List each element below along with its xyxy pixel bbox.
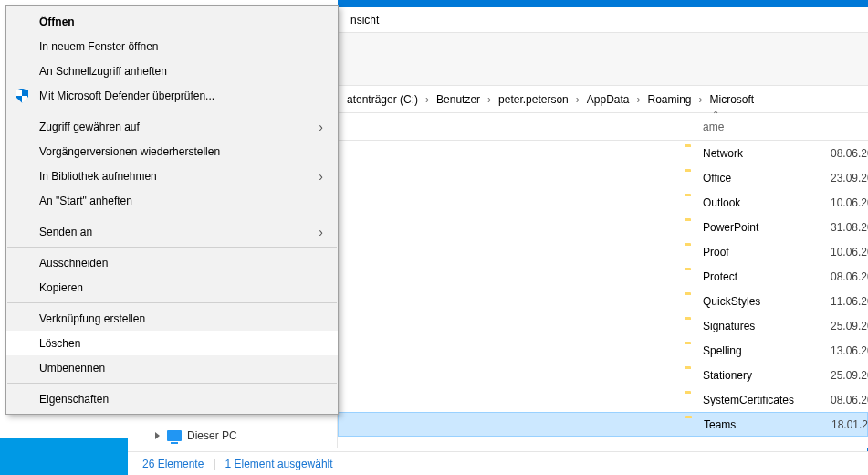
breadcrumb-item[interactable]: peter.peterson bbox=[495, 93, 572, 106]
breadcrumb-item[interactable]: atenträger (C:) bbox=[343, 93, 422, 106]
menu-create-shortcut[interactable]: Verknüpfung erstellen bbox=[6, 306, 338, 331]
cell-date: 25.09.2020 12:11 bbox=[831, 320, 868, 332]
menu-copy[interactable]: Kopieren bbox=[6, 275, 338, 300]
submenu-arrow-icon: › bbox=[319, 225, 323, 239]
file-row[interactable]: Protect08.06.2020 20:58Dateiordner bbox=[338, 264, 868, 289]
menu-separator bbox=[7, 247, 337, 248]
menu-view[interactable]: nsicht bbox=[343, 8, 386, 32]
cell-date: 31.08.2021 11:35 bbox=[831, 221, 868, 234]
folder-icon bbox=[685, 392, 701, 408]
cell-name: Office bbox=[703, 172, 821, 185]
folder-icon bbox=[685, 145, 701, 162]
breadcrumb-item[interactable]: AppData bbox=[583, 93, 633, 106]
menu-open-new-window[interactable]: In neuem Fenster öffnen bbox=[6, 34, 338, 58]
submenu-arrow-icon: › bbox=[319, 169, 323, 184]
ribbon-toolbar bbox=[338, 33, 868, 86]
chevron-right-icon[interactable]: › bbox=[695, 93, 706, 106]
file-row[interactable]: Office23.09.2020 09:53Dateiordner bbox=[338, 165, 868, 190]
breadcrumb-item[interactable]: Microsoft bbox=[706, 93, 758, 106]
folder-icon bbox=[685, 170, 701, 186]
cell-date: 23.09.2020 09:53 bbox=[831, 172, 868, 185]
cell-date: 08.06.2020 20:58 bbox=[831, 270, 868, 283]
cell-name: Network bbox=[703, 147, 821, 160]
file-row[interactable]: Stationery25.09.2020 12:11Dateiordner bbox=[338, 363, 868, 387]
folder-icon bbox=[685, 318, 701, 334]
submenu-arrow-icon: › bbox=[319, 120, 323, 134]
menu-pin-start[interactable]: An "Start" anheften bbox=[6, 188, 338, 213]
cell-date: 08.06.2020 20:58 bbox=[831, 394, 868, 406]
file-row[interactable]: SystemCertificates08.06.2020 20:58Dateio… bbox=[338, 387, 868, 412]
menu-send-to[interactable]: Senden an › bbox=[6, 219, 338, 244]
status-item-count: 26 Elemente bbox=[142, 458, 204, 470]
breadcrumb-item[interactable]: Benutzer bbox=[433, 93, 484, 106]
sort-indicator-icon: ⌃ bbox=[712, 110, 719, 120]
folder-icon bbox=[685, 195, 701, 211]
menu-separator bbox=[7, 302, 337, 303]
file-row[interactable]: Network08.06.2020 20:58Dateiordner bbox=[338, 141, 868, 165]
cell-name: Signatures bbox=[703, 320, 821, 332]
file-list[interactable]: Network08.06.2020 20:58DateiordnerOffice… bbox=[338, 141, 868, 448]
cell-date: 18.01.2022 10:39 bbox=[831, 418, 868, 431]
menu-defender-scan[interactable]: Mit Microsoft Defender überprüfen... bbox=[6, 83, 338, 108]
breadcrumb-item[interactable]: Roaming bbox=[644, 93, 695, 106]
cell-date: 11.06.2021 18:06 bbox=[831, 295, 868, 308]
menu-cut[interactable]: Ausschneiden bbox=[6, 250, 338, 275]
file-row[interactable]: Teams18.01.2022 10:39Dateiordner bbox=[338, 412, 868, 437]
file-row[interactable]: Proof10.06.2020 11:43Dateiordner bbox=[338, 239, 868, 264]
file-row[interactable]: PowerPoint31.08.2021 11:35Dateiordner bbox=[338, 215, 868, 239]
column-header-name[interactable]: ⌃ ame bbox=[703, 121, 831, 133]
cell-name: Spelling bbox=[703, 344, 821, 357]
folder-icon bbox=[685, 367, 701, 384]
cell-name: Proof bbox=[703, 246, 821, 259]
menu-grant-access[interactable]: Zugriff gewähren auf › bbox=[6, 114, 338, 139]
cell-date: 08.06.2020 20:58 bbox=[831, 147, 868, 160]
column-headers: ⌃ ame Änderungsdatum Typ Größe bbox=[338, 113, 868, 141]
cell-name: Teams bbox=[704, 418, 822, 431]
menu-pin-quick-access[interactable]: An Schnellzugriff anheften bbox=[6, 58, 338, 83]
menu-separator bbox=[7, 216, 337, 216]
chevron-right-icon[interactable]: › bbox=[572, 93, 583, 106]
cell-date: 10.06.2021 18:18 bbox=[831, 196, 868, 209]
folder-icon bbox=[685, 244, 701, 260]
menu-open[interactable]: Öffnen bbox=[6, 9, 338, 34]
file-row[interactable]: QuickStyles11.06.2021 18:06Dateiordner bbox=[338, 289, 868, 313]
window-titlebar bbox=[338, 0, 868, 7]
chevron-right-icon[interactable]: › bbox=[484, 93, 495, 106]
pc-icon bbox=[167, 430, 182, 441]
cell-name: SystemCertificates bbox=[703, 394, 821, 406]
menubar: nsicht bbox=[338, 7, 868, 33]
nav-item-label: Dieser PC bbox=[187, 429, 237, 442]
file-row[interactable]: Spelling13.06.2020 18:36Dateiordner bbox=[338, 338, 868, 363]
menu-restore-previous[interactable]: Vorgängerversionen wiederherstellen bbox=[6, 139, 338, 164]
cell-date: 25.09.2020 12:11 bbox=[831, 369, 868, 382]
menu-separator bbox=[7, 111, 337, 111]
folder-icon bbox=[685, 343, 701, 359]
folder-icon bbox=[685, 417, 702, 433]
menu-delete[interactable]: Löschen bbox=[6, 331, 338, 355]
menu-properties[interactable]: Eigenschaften bbox=[6, 386, 338, 411]
menu-rename[interactable]: Umbenennen bbox=[6, 355, 338, 380]
cell-date: 13.06.2020 18:36 bbox=[831, 344, 868, 357]
status-selection-count: 1 Element ausgewählt bbox=[225, 458, 333, 470]
cell-name: Stationery bbox=[703, 369, 821, 382]
file-row[interactable]: Outlook10.06.2021 18:18Dateiordner bbox=[338, 190, 868, 215]
menu-separator bbox=[7, 383, 337, 384]
cell-name: Protect bbox=[703, 270, 821, 283]
folder-icon bbox=[685, 293, 701, 310]
chevron-right-icon[interactable] bbox=[155, 432, 160, 439]
chevron-right-icon[interactable]: › bbox=[422, 93, 433, 106]
folder-icon bbox=[685, 269, 701, 285]
cell-name: QuickStyles bbox=[703, 295, 821, 308]
defender-shield-icon bbox=[14, 88, 30, 104]
cell-name: PowerPoint bbox=[703, 221, 821, 234]
chevron-right-icon[interactable]: › bbox=[633, 93, 644, 106]
address-bar[interactable]: atenträger (C:)› Benutzer› peter.peterso… bbox=[338, 86, 868, 113]
cell-name: Outlook bbox=[703, 196, 821, 209]
status-divider: | bbox=[204, 458, 225, 470]
taskbar-fragment bbox=[0, 438, 128, 475]
file-row[interactable]: Signatures25.09.2020 12:11Dateiordner bbox=[338, 313, 868, 338]
menu-include-library[interactable]: In Bibliothek aufnehmen › bbox=[6, 164, 338, 188]
status-bar: 26 Elemente | 1 Element ausgewählt bbox=[128, 451, 868, 475]
nav-item-this-pc[interactable]: Dieser PC bbox=[128, 426, 337, 446]
context-menu[interactable]: Öffnen In neuem Fenster öffnen An Schnel… bbox=[5, 5, 339, 415]
